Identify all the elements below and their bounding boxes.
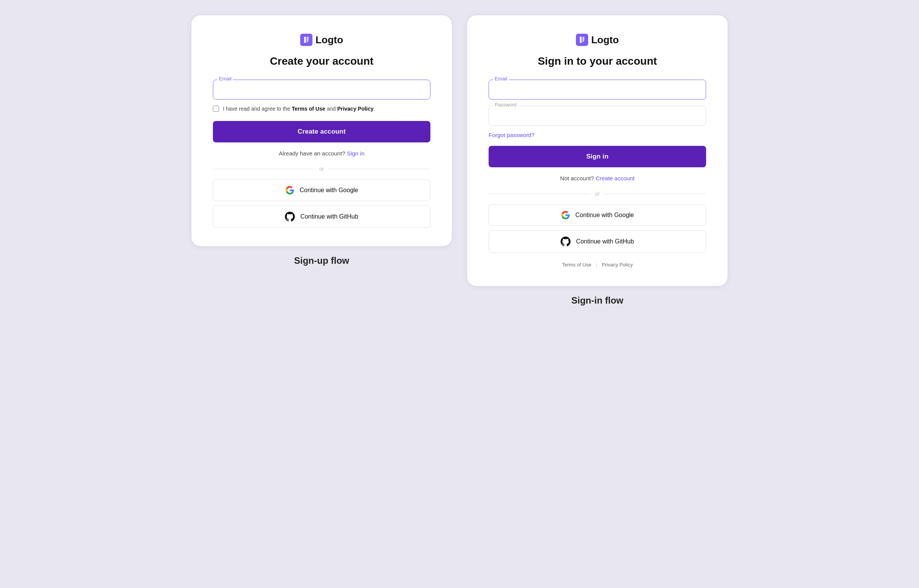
signin-email-label: Email (493, 76, 509, 82)
signin-divider: or (489, 191, 706, 197)
signup-email-input[interactable] (213, 80, 430, 100)
signin-flow-label: Sign-in flow (571, 295, 623, 306)
signin-logo-text: Logto (591, 34, 619, 46)
signin-create-link[interactable]: Create account (595, 175, 634, 181)
signup-alt-action: Already have an account? Sign in (213, 150, 430, 157)
signup-logo-area: Logto (213, 34, 430, 46)
google-icon (285, 186, 294, 195)
signup-google-button[interactable]: Continue with Google (213, 180, 430, 201)
signin-github-label: Continue with GitHub (576, 238, 634, 245)
signup-google-label: Continue with Google (300, 187, 358, 194)
signup-flow-container: Logto Create your account Email I have r… (191, 15, 452, 266)
signup-title: Create your account (213, 55, 430, 67)
signin-flow-container: Logto Sign in to your account Email Pass… (467, 15, 728, 306)
signup-github-label: Continue with GitHub (300, 213, 358, 220)
signup-logto-icon (300, 34, 312, 46)
signup-email-label: Email (217, 76, 233, 82)
svg-rect-1 (576, 34, 588, 46)
signin-password-group: Password (489, 106, 706, 126)
signup-terms-row: I have read and agree to the Terms of Us… (213, 106, 430, 112)
create-account-button[interactable]: Create account (213, 121, 430, 142)
footer-terms-link[interactable]: Terms of Use (562, 262, 592, 268)
signin-password-input[interactable] (489, 106, 706, 126)
signup-signin-link[interactable]: Sign in (347, 150, 365, 157)
signin-google-icon (561, 211, 570, 220)
signup-flow-label: Sign-up flow (294, 255, 349, 266)
sign-in-button[interactable]: Sign in (489, 146, 706, 167)
signup-divider: or (213, 166, 430, 172)
signup-privacy-link[interactable]: Privacy Policy (337, 106, 374, 112)
signup-card: Logto Create your account Email I have r… (191, 15, 452, 246)
signin-alt-action: Not account? Create account (489, 175, 706, 181)
signin-github-button[interactable]: Continue with GitHub (489, 230, 706, 253)
signup-terms-checkbox[interactable] (213, 106, 219, 112)
signin-password-label: Password (493, 102, 518, 108)
signup-github-button[interactable]: Continue with GitHub (213, 206, 430, 228)
svg-rect-0 (300, 34, 312, 46)
signin-google-label: Continue with Google (576, 212, 634, 219)
forgot-password-link[interactable]: Forgot password? (489, 132, 706, 138)
footer-privacy-link[interactable]: Privacy Policy (602, 262, 633, 268)
github-icon (285, 212, 295, 222)
signup-terms-link[interactable]: Terms of Use (292, 106, 325, 112)
signin-logo-area: Logto (489, 34, 706, 46)
signin-github-icon (561, 237, 571, 247)
signin-email-group: Email (489, 80, 706, 100)
signin-logto-icon (576, 34, 588, 46)
signin-title: Sign in to your account (489, 55, 706, 67)
signin-email-input[interactable] (489, 80, 706, 100)
signup-terms-label: I have read and agree to the Terms of Us… (223, 106, 375, 112)
signup-email-group: Email (213, 80, 430, 100)
signin-card: Logto Sign in to your account Email Pass… (467, 15, 728, 286)
signup-logo-text: Logto (316, 34, 343, 46)
signin-google-button[interactable]: Continue with Google (489, 204, 706, 226)
footer-links: Terms of Use | Privacy Policy (489, 262, 706, 268)
